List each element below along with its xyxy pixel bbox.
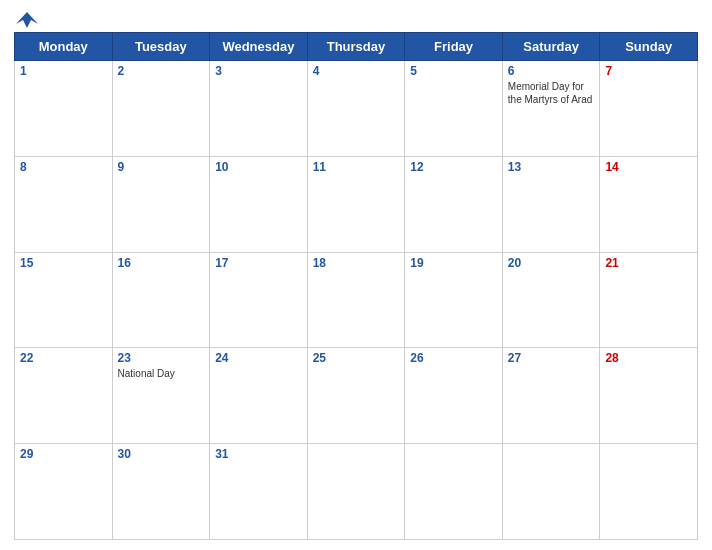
calendar-cell: 24 xyxy=(210,348,308,444)
calendar-cell: 25 xyxy=(307,348,405,444)
svg-marker-0 xyxy=(16,12,38,28)
weekday-header-friday: Friday xyxy=(405,33,503,61)
day-number: 6 xyxy=(508,64,595,78)
day-number: 20 xyxy=(508,256,595,270)
calendar-cell xyxy=(600,444,698,540)
logo xyxy=(14,10,104,26)
calendar-cell: 10 xyxy=(210,156,308,252)
day-number: 14 xyxy=(605,160,692,174)
day-number: 19 xyxy=(410,256,497,270)
day-number: 8 xyxy=(20,160,107,174)
weekday-header-sunday: Sunday xyxy=(600,33,698,61)
calendar-cell: 3 xyxy=(210,61,308,157)
day-number: 1 xyxy=(20,64,107,78)
calendar-week-row: 123456Memorial Day for the Martyrs of Ar… xyxy=(15,61,698,157)
calendar-cell: 12 xyxy=(405,156,503,252)
day-number: 18 xyxy=(313,256,400,270)
calendar-week-row: 891011121314 xyxy=(15,156,698,252)
calendar-cell: 6Memorial Day for the Martyrs of Arad xyxy=(502,61,600,157)
weekday-header-thursday: Thursday xyxy=(307,33,405,61)
weekday-header-wednesday: Wednesday xyxy=(210,33,308,61)
calendar-week-row: 2223National Day2425262728 xyxy=(15,348,698,444)
day-number: 21 xyxy=(605,256,692,270)
calendar-cell: 8 xyxy=(15,156,113,252)
calendar-cell: 20 xyxy=(502,252,600,348)
calendar-cell: 29 xyxy=(15,444,113,540)
day-number: 9 xyxy=(118,160,205,174)
day-number: 24 xyxy=(215,351,302,365)
calendar-header xyxy=(14,10,698,26)
day-number: 12 xyxy=(410,160,497,174)
day-number: 2 xyxy=(118,64,205,78)
holiday-text: Memorial Day for the Martyrs of Arad xyxy=(508,80,595,106)
calendar-cell xyxy=(502,444,600,540)
day-number: 4 xyxy=(313,64,400,78)
calendar-cell: 11 xyxy=(307,156,405,252)
calendar-cell: 26 xyxy=(405,348,503,444)
day-number: 7 xyxy=(605,64,692,78)
day-number: 30 xyxy=(118,447,205,461)
day-number: 23 xyxy=(118,351,205,365)
weekday-header-row: MondayTuesdayWednesdayThursdayFridaySatu… xyxy=(15,33,698,61)
day-number: 27 xyxy=(508,351,595,365)
calendar-cell: 14 xyxy=(600,156,698,252)
calendar-cell: 2 xyxy=(112,61,210,157)
day-number: 29 xyxy=(20,447,107,461)
calendar-cell: 30 xyxy=(112,444,210,540)
day-number: 22 xyxy=(20,351,107,365)
day-number: 28 xyxy=(605,351,692,365)
day-number: 25 xyxy=(313,351,400,365)
day-number: 31 xyxy=(215,447,302,461)
calendar-week-row: 15161718192021 xyxy=(15,252,698,348)
calendar-cell: 17 xyxy=(210,252,308,348)
day-number: 13 xyxy=(508,160,595,174)
calendar-cell xyxy=(307,444,405,540)
day-number: 11 xyxy=(313,160,400,174)
calendar-cell: 19 xyxy=(405,252,503,348)
calendar-cell xyxy=(405,444,503,540)
calendar-week-row: 293031 xyxy=(15,444,698,540)
calendar-cell: 9 xyxy=(112,156,210,252)
calendar-cell: 7 xyxy=(600,61,698,157)
calendar-cell: 27 xyxy=(502,348,600,444)
weekday-header-tuesday: Tuesday xyxy=(112,33,210,61)
day-number: 3 xyxy=(215,64,302,78)
calendar-cell: 16 xyxy=(112,252,210,348)
calendar-cell: 5 xyxy=(405,61,503,157)
calendar-cell: 13 xyxy=(502,156,600,252)
calendar-cell: 18 xyxy=(307,252,405,348)
calendar-cell: 1 xyxy=(15,61,113,157)
calendar-table: MondayTuesdayWednesdayThursdayFridaySatu… xyxy=(14,32,698,540)
day-number: 17 xyxy=(215,256,302,270)
day-number: 5 xyxy=(410,64,497,78)
calendar-cell: 28 xyxy=(600,348,698,444)
logo-bird-icon xyxy=(16,10,38,28)
weekday-header-monday: Monday xyxy=(15,33,113,61)
day-number: 15 xyxy=(20,256,107,270)
day-number: 16 xyxy=(118,256,205,270)
day-number: 10 xyxy=(215,160,302,174)
calendar-cell: 21 xyxy=(600,252,698,348)
holiday-text: National Day xyxy=(118,367,205,380)
calendar-cell: 22 xyxy=(15,348,113,444)
calendar-page: MondayTuesdayWednesdayThursdayFridaySatu… xyxy=(0,0,712,550)
weekday-header-saturday: Saturday xyxy=(502,33,600,61)
calendar-cell: 31 xyxy=(210,444,308,540)
day-number: 26 xyxy=(410,351,497,365)
calendar-cell: 4 xyxy=(307,61,405,157)
calendar-cell: 15 xyxy=(15,252,113,348)
calendar-cell: 23National Day xyxy=(112,348,210,444)
